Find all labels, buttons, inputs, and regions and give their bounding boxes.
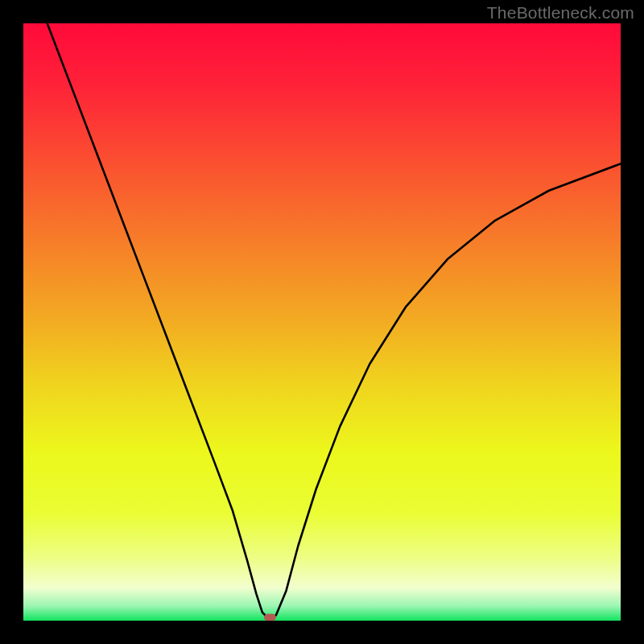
watermark-text: TheBottleneck.com xyxy=(487,3,634,23)
chart-frame: TheBottleneck.com xyxy=(0,0,644,644)
optimal-point-marker xyxy=(264,613,276,621)
bottleneck-chart xyxy=(23,23,621,621)
plot-area xyxy=(23,23,621,621)
gradient-background xyxy=(23,23,621,621)
